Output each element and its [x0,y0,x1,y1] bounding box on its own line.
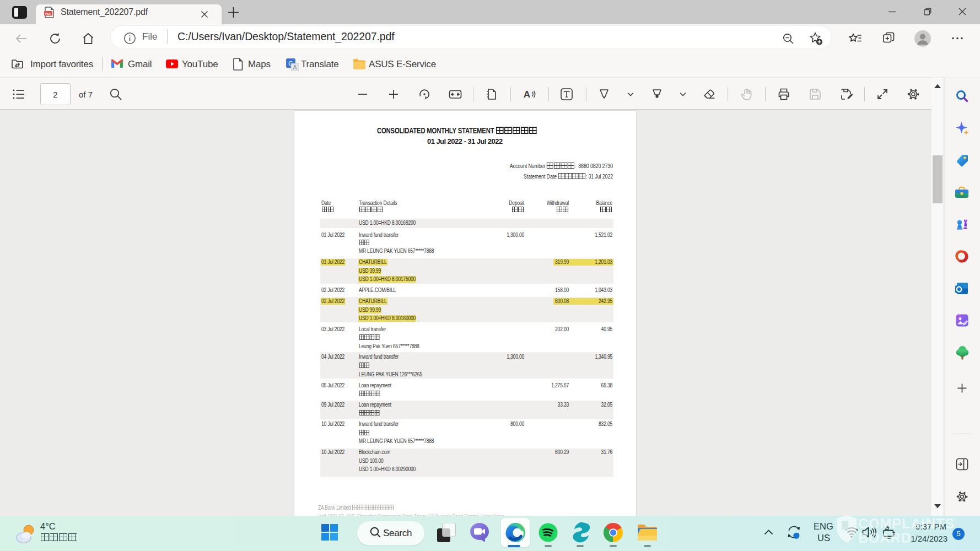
svg-text:A: A [524,89,530,100]
svg-text:A: A [293,64,297,71]
svg-text:PDF: PDF [45,12,52,15]
